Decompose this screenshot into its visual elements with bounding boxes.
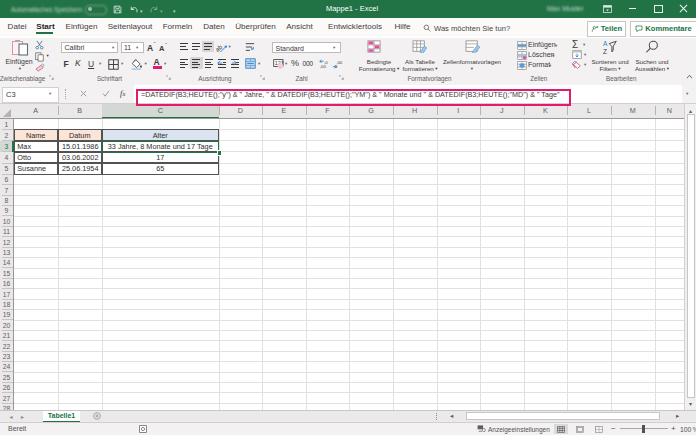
svg-text:,00: ,00 <box>336 59 343 64</box>
svg-text:,00: ,00 <box>320 64 327 69</box>
svg-text:A: A <box>603 40 608 47</box>
svg-text:ab: ab <box>216 42 224 52</box>
svg-text:Z: Z <box>603 47 607 54</box>
